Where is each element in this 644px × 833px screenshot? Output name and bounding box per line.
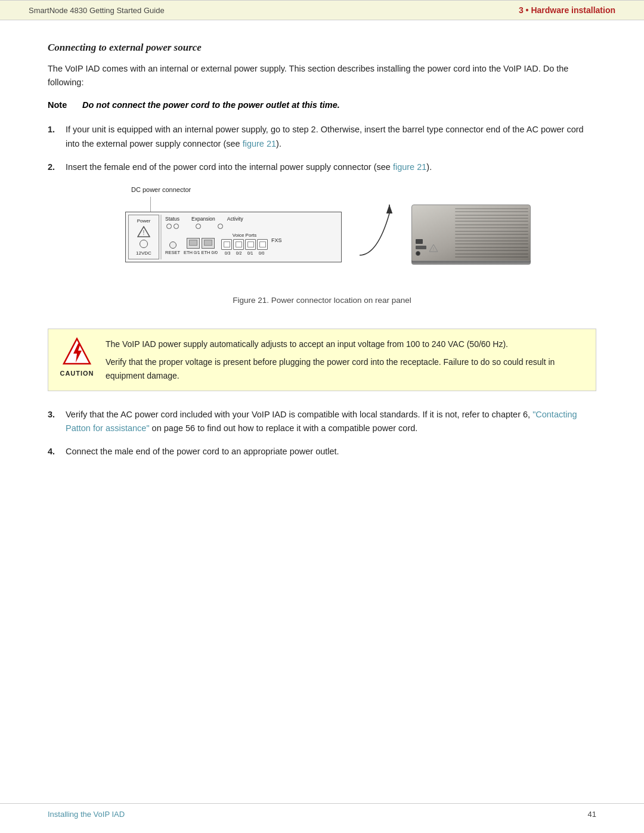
vdc-label: 12VDC [136,250,151,256]
bottom-ports-row: RESET [165,233,336,255]
rib [455,253,528,255]
header-title-left: SmartNode 4830 Getting Started Guide [29,6,165,15]
warning-triangle-icon: ! [137,226,150,237]
rib [455,221,528,222]
eth-port-2-inner [204,240,212,246]
rib [455,240,528,241]
figure-area: DC power connector Power [48,186,596,317]
vp-label-00: 0/0 [256,251,267,255]
eth-port-1-inner [189,240,197,246]
vp-label-03: 0/3 [222,251,233,255]
voice-labels: 0/3 0/2 0/1 0/0 [222,251,267,255]
voice-ports-label: Voice Ports [233,233,256,238]
intro-paragraph: The VoIP IAD comes with an internal or e… [48,62,596,89]
footer-right: 41 [588,810,596,819]
device-port-3 [416,251,420,256]
main-content: Connecting to external power source The … [0,20,644,507]
device-port-1 [416,239,423,244]
dc-power-label: DC power connector [131,186,191,193]
steps-list-2: 3. Verify that the AC power cord include… [48,408,596,459]
device-port-2 [416,246,426,249]
rib [455,237,528,239]
vp02-inner [236,241,242,247]
steps-list: 1. If your unit is equipped with an inte… [48,123,596,174]
vp-label-01: 0/1 [245,251,256,255]
caution-para-1: The VoIP IAD power supply automatically … [106,337,585,351]
caution-box: CAUTION The VoIP IAD power supply automa… [48,329,596,391]
step-text: Insert the female end of the power cord … [66,160,596,174]
vp00-inner [259,241,266,247]
voice-ports-row [221,239,268,250]
eth-port-2 [202,238,215,249]
separator [160,215,162,259]
caution-text-area: The VoIP IAD power supply automatically … [106,337,585,382]
section-heading: Connecting to external power source [48,42,596,54]
voice-port-03 [221,239,232,250]
caution-para-2: Verify that the proper voltage is presen… [106,355,585,382]
step-number: 1. [48,123,60,150]
voice-section: Voice Ports [221,233,268,255]
status-circles-row [165,224,336,229]
vp-label-02: 0/2 [234,251,244,255]
rib [455,215,528,216]
list-item: 2. Insert the female end of the power co… [48,160,596,174]
rib [455,231,528,232]
eth-label-01: ETH 0/1 [184,250,200,255]
status-label: Status [165,216,179,222]
rib [455,218,528,219]
header-bar: SmartNode 4830 Getting Started Guide 3 •… [0,0,644,20]
rib [455,211,528,212]
eth-port-1 [187,238,200,249]
power-label-text: Power [137,218,151,224]
front-panel-diagram: Power ! 12VDC [125,212,342,262]
eth-ports-row [187,238,215,249]
device-body: ! [411,205,531,261]
step-text-3: Verify that the AC power cord included w… [66,408,596,435]
voice-port-02 [233,239,244,250]
power-section: Power ! 12VDC [128,215,159,259]
step-text-4: Connect the male end of the power cord t… [66,445,596,459]
figure-caption: Figure 21. Power connector location on r… [233,296,411,305]
device-ribs [453,205,530,261]
note-box: Note Do not connect the power cord to th… [48,100,596,110]
header-title-right: 3 • Hardware installation [519,5,615,15]
list-item: 4. Connect the male end of the power cor… [48,445,596,459]
eth-label-00: ETH 0/0 [202,250,218,255]
rib [455,208,528,209]
chapter-link[interactable]: "Contacting Patton for assistance" [66,410,577,433]
eth-section: ETH 0/1 ETH 0/0 [184,238,218,255]
figure-link-2[interactable]: figure 21 [393,162,426,172]
vp03-inner [224,241,230,247]
footer: Installing the VoIP IAD 41 [0,803,644,819]
note-text: Do not connect the power cord to the pow… [82,100,340,110]
step-number-3: 3. [48,408,60,435]
device-ports [416,239,426,256]
fxs-label: FXS [271,237,282,255]
reset-button [169,241,177,249]
figure-link-1[interactable]: figure 21 [243,139,276,148]
caution-triangle-icon [63,337,91,366]
rib [455,250,528,251]
rib [455,247,528,248]
voice-port-01 [245,239,256,250]
status-circle-1 [166,224,172,229]
rib [455,227,528,228]
rib [455,243,528,244]
eth-labels: ETH 0/1 ETH 0/0 [184,250,218,255]
step-number: 2. [48,160,60,174]
expansion-label: Expansion [191,216,215,222]
figure-diagram: DC power connector Power [113,186,531,279]
activity-label: Activity [227,216,243,222]
vp01-inner [247,241,254,247]
arrow-diagram [354,196,399,267]
list-item: 3. Verify that the AC power cord include… [48,408,596,435]
status-circle-2 [174,224,179,229]
voice-port-00 [257,239,268,250]
reset-label: RESET [165,250,180,255]
caution-label-text: CAUTION [60,370,94,377]
rib [455,224,528,225]
svg-text:!: ! [433,247,434,251]
status-circles [166,224,179,229]
device-side-view: ! [411,205,531,270]
status-expansion-area: Status Expansion Activity [163,215,339,259]
